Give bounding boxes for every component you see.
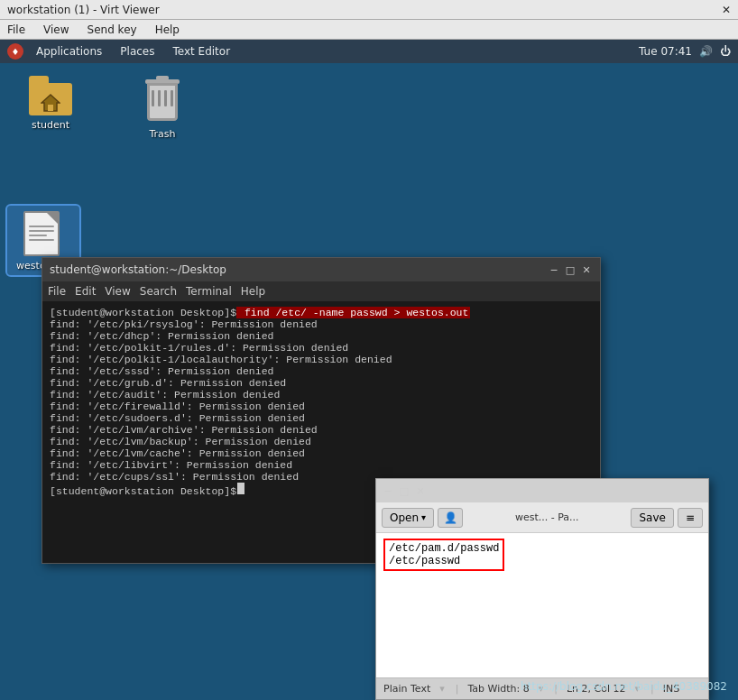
taskbar-right: Tue 07:41 🔊 ⏻	[639, 45, 731, 58]
power-icon[interactable]: ⏻	[720, 45, 731, 58]
gedit-save-button[interactable]: Save	[631, 508, 673, 528]
gedit-format[interactable]: Plain Text	[383, 683, 430, 695]
trash-label: Trash	[130, 128, 195, 140]
terminal-menu-edit[interactable]: Edit	[75, 285, 96, 298]
window-title: workstation (1) - Virt Viewer	[7, 4, 160, 16]
volume-icon[interactable]: 🔊	[699, 45, 713, 58]
gedit-red-box: /etc/pam.d/passwd /etc/passwd	[383, 539, 504, 571]
taskbar-logo: ♦	[7, 43, 23, 60]
gedit-menu-button[interactable]: ≡	[678, 508, 703, 528]
terminal-line-2: find: '/etc/pki/rsyslog': Permission den…	[50, 318, 593, 330]
terminal-controls: ─ □ ✕	[548, 263, 593, 276]
terminal-line-4: find: '/etc/polkit-1/rules.d': Permissio…	[50, 342, 593, 354]
svg-rect-1	[48, 105, 53, 111]
terminal-menu-file[interactable]: File	[48, 285, 66, 298]
terminal-line-14: find: '/etc/libvirt': Permission denied	[50, 459, 593, 471]
terminal-line-6: find: '/etc/sssd': Permission denied	[50, 365, 593, 377]
terminal-menubar: File Edit View Search Terminal Help	[42, 281, 600, 301]
terminal-line-7: find: '/etc/grub.d': Permission denied	[50, 377, 593, 389]
menu-sendkey[interactable]: Send key	[84, 23, 141, 36]
gedit-toolbar: Open ▾ 👤 west... - Pa... Save ≡	[376, 502, 708, 533]
terminal-line-8: find: '/etc/audit': Permission denied	[50, 389, 593, 401]
terminal-line-5: find: '/etc/polkit-1/localauthority': Pe…	[50, 354, 593, 365]
terminal-line-9: find: '/etc/firewalld': Permission denie…	[50, 401, 593, 412]
desktop-icon-student[interactable]: student	[14, 72, 87, 134]
gedit-close-button[interactable]: ✕	[414, 484, 427, 497]
taskbar-applications[interactable]: Applications	[31, 43, 107, 60]
gedit-minimize-button[interactable]: ─	[382, 484, 394, 497]
terminal-menu-search[interactable]: Search	[140, 285, 177, 298]
menu-file[interactable]: File	[4, 23, 29, 36]
terminal-line-3: find: '/etc/dhcp': Permission denied	[50, 330, 593, 342]
gedit-window: ─ □ ✕ Open ▾ 👤 west... - Pa... Save ≡ /e…	[375, 478, 709, 700]
terminal-line-11: find: '/etc/lvm/archive': Permission den…	[50, 424, 593, 436]
terminal-titlebar: student@workstation:~/Desktop ─ □ ✕	[42, 258, 600, 281]
terminal-line-13: find: '/etc/lvm/cache': Permission denie…	[50, 447, 593, 459]
menu-view[interactable]: View	[40, 23, 72, 36]
gedit-controls: ─ □ ✕	[382, 484, 427, 497]
terminal-menu-view[interactable]: View	[105, 285, 130, 298]
terminal-menu-terminal[interactable]: Terminal	[186, 285, 232, 298]
student-label: student	[18, 119, 83, 131]
taskbar-time: Tue 07:41	[639, 45, 692, 58]
gedit-maximize-button[interactable]: □	[398, 484, 411, 497]
bottom-link: https://blog.csdn.net/baidu_40389082	[521, 680, 727, 693]
terminal-line-10: find: '/etc/sudoers.d': Permission denie…	[50, 412, 593, 424]
taskbar: ♦ Applications Places Text Editor Tue 07…	[0, 40, 738, 63]
terminal-menu-help[interactable]: Help	[241, 285, 265, 298]
window-close-button[interactable]: ✕	[722, 4, 731, 16]
gedit-open-button[interactable]: Open ▾	[382, 508, 434, 528]
terminal-minimize-button[interactable]: ─	[548, 263, 560, 276]
terminal-line-12: find: '/etc/lvm/backup': Permission deni…	[50, 436, 593, 447]
taskbar-places[interactable]: Places	[115, 43, 160, 60]
terminal-title: student@workstation:~/Desktop	[50, 263, 226, 276]
menu-help[interactable]: Help	[152, 23, 183, 36]
taskbar-text-editor[interactable]: Text Editor	[167, 43, 235, 60]
gedit-titlebar: ─ □ ✕	[376, 479, 708, 502]
gedit-line-1: /etc/pam.d/passwd	[389, 542, 499, 555]
terminal-line-0: [student@workstation Desktop]$ find /etc…	[50, 307, 593, 318]
menu-bar: File View Send key Help	[0, 20, 738, 40]
command-highlight: find /etc/ -name passwd > westos.out	[236, 307, 470, 318]
desktop-icon-trash[interactable]: Trash	[126, 72, 198, 143]
desktop: student Trash	[0, 63, 738, 700]
gedit-line-2: /etc/passwd	[389, 555, 499, 567]
terminal-maximize-button[interactable]: □	[564, 263, 577, 276]
terminal-close-button[interactable]: ✕	[580, 263, 593, 276]
gedit-filename: west... - Pa...	[466, 511, 627, 523]
gedit-user-button[interactable]: 👤	[438, 508, 463, 528]
title-bar: workstation (1) - Virt Viewer ✕	[0, 0, 738, 20]
gedit-content[interactable]: /etc/pam.d/passwd /etc/passwd	[376, 533, 708, 677]
